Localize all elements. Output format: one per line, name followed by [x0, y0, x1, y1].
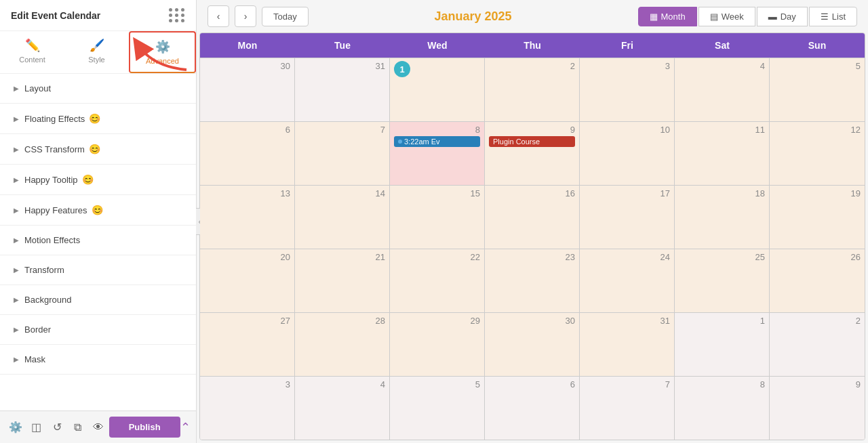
cal-cell[interactable]: 2	[770, 313, 865, 376]
sidebar-item-motion-effects[interactable]: ▶ Motion Effects	[0, 226, 196, 255]
cal-cell[interactable]: 4	[295, 377, 390, 440]
cal-cell-today[interactable]: 1	[390, 58, 485, 121]
today-button[interactable]: Today	[262, 7, 309, 26]
month-grid-icon: ▦	[650, 12, 658, 22]
cal-cell[interactable]: 19	[770, 186, 865, 249]
grid-menu-icon[interactable]	[169, 8, 185, 22]
cal-cell[interactable]: 25	[675, 249, 770, 312]
cell-date: 19	[774, 188, 861, 198]
cell-date: 23	[489, 252, 575, 262]
cell-date: 10	[584, 125, 670, 135]
calendar-header: ‹ › Today January 2025 ▦ Month ▤ Week ▬ …	[197, 0, 868, 33]
cal-cell[interactable]: 17	[580, 186, 675, 249]
sidebar-item-happy-tooltip[interactable]: ▶ Happy Tooltip 😊	[0, 165, 196, 195]
cal-cell[interactable]: 14	[295, 186, 390, 249]
arrow-icon: ▶	[14, 176, 19, 184]
sidebar-item-border[interactable]: ▶ Border	[0, 315, 196, 345]
calendar-week: 3 4 5 6 7 8 9	[200, 376, 865, 440]
sidebar-item-floating-effects[interactable]: ▶ Floating Effects 😊	[0, 104, 196, 134]
layers-icon[interactable]: ◫	[26, 411, 47, 443]
day-header-tue: Tue	[295, 33, 390, 58]
cal-cell[interactable]: 4	[675, 58, 770, 121]
sidebar: Edit Event Calendar ✏️ Content 🖌️ Style …	[0, 0, 197, 443]
tab-advanced[interactable]: ⚙️ Advanced	[129, 31, 196, 73]
sidebar-menu: ▶ Layout ▶ Floating Effects 😊 ▶ CSS Tran…	[0, 74, 196, 410]
cal-cell[interactable]: 2	[485, 58, 580, 121]
calendar-weeks: 30 31 1 2 3 4 5 6 7 8 3:22am Ev	[200, 58, 865, 440]
cal-cell[interactable]: 1	[675, 313, 770, 376]
cal-cell[interactable]: 30	[485, 313, 580, 376]
calendar-event[interactable]: Plugin Course	[489, 136, 575, 147]
cal-cell[interactable]: 26	[770, 249, 865, 312]
next-button[interactable]: ›	[235, 5, 256, 27]
sidebar-item-happy-features[interactable]: ▶ Happy Features 😊	[0, 195, 196, 226]
tab-style[interactable]: 🖌️ Style	[64, 31, 129, 73]
cal-cell[interactable]: 3	[580, 58, 675, 121]
history-icon[interactable]: ↺	[47, 411, 68, 443]
cal-cell[interactable]: 21	[295, 249, 390, 312]
publish-button[interactable]: Publish	[109, 417, 180, 438]
cal-cell[interactable]: 24	[580, 249, 675, 312]
cal-cell[interactable]: 10	[580, 122, 675, 185]
day-header-sun: Sun	[770, 33, 865, 58]
cal-cell[interactable]: 7	[580, 377, 675, 440]
day-view-button[interactable]: ▬ Day	[757, 7, 808, 26]
cal-cell[interactable]: 8	[675, 377, 770, 440]
cal-cell[interactable]: 30	[200, 58, 295, 121]
cal-cell[interactable]: 3	[200, 377, 295, 440]
sidebar-item-background[interactable]: ▶ Background	[0, 285, 196, 315]
month-view-button[interactable]: ▦ Month	[638, 7, 697, 26]
arrow-icon: ▶	[14, 207, 19, 214]
style-icon: 🖌️	[90, 38, 104, 53]
week-icon: ▤	[710, 12, 718, 22]
cal-cell[interactable]: 23	[485, 249, 580, 312]
cal-cell[interactable]: 7	[295, 122, 390, 185]
cal-cell[interactable]: 31	[295, 58, 390, 121]
calendar-grid: Mon Tue Wed Thu Fri Sat Sun 30 31 1 2 3 …	[199, 33, 865, 440]
cal-cell[interactable]: 18	[675, 186, 770, 249]
settings-icon[interactable]: ⚙️	[5, 411, 26, 443]
calendar-week: 30 31 1 2 3 4 5	[200, 58, 865, 121]
calendar-week: 6 7 8 3:22am Ev 9 Plugin Course 10 11	[200, 121, 865, 185]
cal-cell-event[interactable]: 8 3:22am Ev	[390, 122, 485, 185]
cal-cell[interactable]: 5	[390, 377, 485, 440]
cal-cell[interactable]: 16	[485, 186, 580, 249]
cal-cell[interactable]: 22	[390, 249, 485, 312]
duplicate-icon[interactable]: ⧉	[68, 411, 89, 443]
cell-date: 29	[394, 316, 480, 326]
tab-content[interactable]: ✏️ Content	[0, 31, 64, 73]
cal-cell[interactable]: 6	[200, 122, 295, 185]
list-view-button[interactable]: ☰ List	[809, 7, 857, 26]
day-header-wed: Wed	[390, 33, 485, 58]
content-icon: ✏️	[25, 38, 40, 53]
cal-cell[interactable]: 12	[770, 122, 865, 185]
cal-cell[interactable]: 15	[390, 186, 485, 249]
sidebar-item-css-transform[interactable]: ▶ CSS Transform 😊	[0, 134, 196, 165]
preview-icon[interactable]: 👁	[88, 411, 109, 443]
week-view-button[interactable]: ▤ Week	[698, 7, 755, 26]
sidebar-item-layout[interactable]: ▶ Layout	[0, 74, 196, 104]
calendar-week: 13 14 15 16 17 18 19	[200, 185, 865, 249]
sidebar-title: Edit Event Calendar	[11, 10, 100, 21]
sidebar-item-mask[interactable]: ▶ Mask	[0, 345, 196, 375]
prev-button[interactable]: ‹	[208, 5, 229, 27]
cal-cell[interactable]: 11	[675, 122, 770, 185]
cell-date: 2	[489, 61, 575, 71]
cal-cell-event[interactable]: 9 Plugin Course	[485, 122, 580, 185]
cell-date: 28	[299, 316, 385, 326]
cal-cell[interactable]: 31	[580, 313, 675, 376]
cal-cell[interactable]: 29	[390, 313, 485, 376]
cal-cell[interactable]: 9	[770, 377, 865, 440]
cell-date: 17	[584, 188, 670, 198]
cal-cell[interactable]: 27	[200, 313, 295, 376]
cal-cell[interactable]: 6	[485, 377, 580, 440]
cal-cell[interactable]: 20	[200, 249, 295, 312]
cell-date: 31	[584, 316, 670, 326]
chevron-up-icon[interactable]: ⌃	[180, 420, 191, 435]
cal-cell[interactable]: 5	[770, 58, 865, 121]
cal-cell[interactable]: 28	[295, 313, 390, 376]
cell-date: 6	[204, 125, 290, 135]
cal-cell[interactable]: 13	[200, 186, 295, 249]
sidebar-item-transform[interactable]: ▶ Transform	[0, 255, 196, 285]
calendar-event[interactable]: 3:22am Ev	[394, 136, 480, 147]
